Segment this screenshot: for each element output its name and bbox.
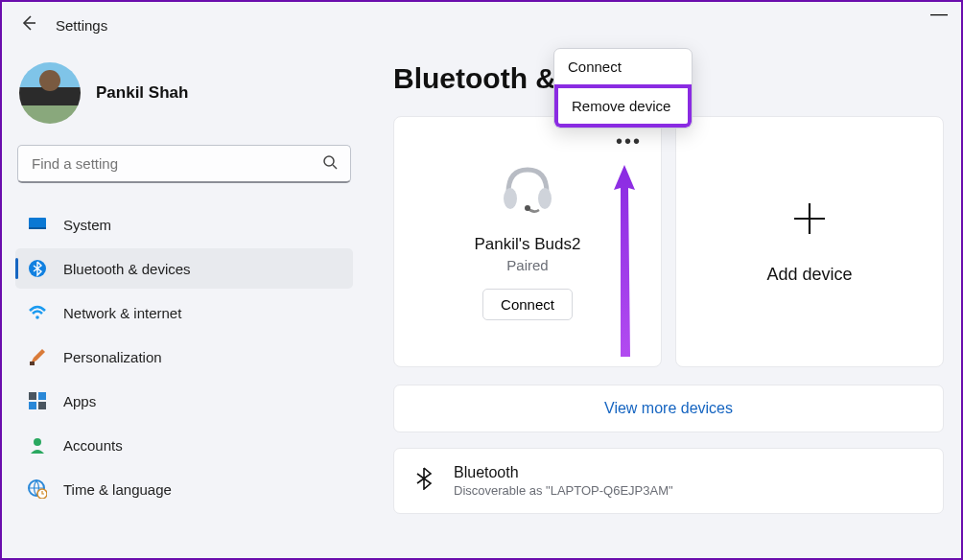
search-icon [322, 154, 338, 174]
view-more-devices[interactable]: View more devices [393, 385, 944, 432]
bluetooth-glyph-icon [415, 467, 433, 496]
svg-rect-6 [29, 392, 36, 400]
sidebar: Pankil Shah System Bluetooth & devices N… [2, 43, 364, 557]
bluetooth-row[interactable]: Bluetooth Discoverable as "LAPTOP-Q6EJP3… [393, 448, 944, 514]
sidebar-item-label: Personalization [63, 349, 162, 365]
profile[interactable]: Pankil Shah [15, 51, 353, 145]
context-connect[interactable]: Connect [554, 49, 692, 84]
sidebar-item-label: Bluetooth & devices [63, 261, 191, 277]
globe-clock-icon [27, 478, 48, 500]
system-icon [27, 214, 48, 235]
device-more-button[interactable]: ••• [616, 130, 642, 152]
header: Settings [2, 2, 961, 43]
sidebar-item-network[interactable]: Network & internet [15, 292, 353, 333]
user-name: Pankil Shah [96, 83, 188, 103]
back-button[interactable] [19, 13, 38, 37]
add-device-label: Add device [766, 265, 852, 285]
sidebar-item-label: Accounts [63, 437, 123, 454]
arrow-left-icon [19, 13, 38, 33]
search-box[interactable] [17, 145, 351, 183]
add-device-card[interactable]: Add device [675, 116, 944, 367]
svg-point-15 [525, 205, 530, 211]
brush-icon [27, 346, 48, 367]
device-name: Pankil's Buds2 [475, 235, 581, 254]
minimize-button[interactable]: — [919, 2, 961, 26]
apps-icon [27, 390, 48, 411]
bluetooth-icon [27, 258, 48, 279]
svg-point-10 [34, 438, 41, 446]
svg-rect-2 [29, 227, 46, 229]
person-icon [27, 434, 48, 455]
app-title: Settings [56, 17, 107, 34]
sidebar-item-label: Apps [63, 393, 96, 409]
sidebar-item-accounts[interactable]: Accounts [15, 425, 353, 465]
ellipsis-icon: ••• [616, 130, 642, 152]
svg-point-4 [35, 315, 39, 319]
sidebar-item-label: Time & language [63, 481, 172, 498]
device-card: ••• Pankil's Buds2 Paired Connect [393, 116, 662, 367]
svg-rect-7 [38, 392, 46, 400]
bluetooth-subtitle: Discoverable as "LAPTOP-Q6EJP3AM" [454, 483, 673, 498]
plus-icon [790, 199, 829, 247]
svg-point-14 [538, 188, 552, 209]
sidebar-item-label: Network & internet [63, 305, 181, 321]
search-input[interactable] [17, 145, 351, 183]
avatar [19, 62, 81, 124]
svg-rect-5 [30, 362, 35, 365]
bluetooth-title: Bluetooth [454, 464, 673, 481]
sidebar-item-time[interactable]: Time & language [15, 469, 353, 509]
svg-point-0 [324, 156, 334, 166]
context-remove-device[interactable]: Remove device [554, 84, 692, 128]
sidebar-item-personalization[interactable]: Personalization [15, 337, 353, 377]
connect-button[interactable]: Connect [482, 289, 573, 320]
device-context-menu: Connect Remove device [553, 48, 693, 128]
device-status: Paired [506, 257, 548, 273]
sidebar-item-apps[interactable]: Apps [15, 381, 353, 421]
sidebar-item-system[interactable]: System [15, 204, 353, 245]
svg-rect-9 [38, 402, 46, 409]
sidebar-item-label: System [63, 217, 111, 233]
nav-list: System Bluetooth & devices Network & int… [15, 204, 353, 509]
wifi-icon [27, 302, 48, 323]
svg-point-13 [504, 188, 517, 209]
svg-rect-8 [29, 402, 36, 409]
headset-icon [499, 164, 556, 216]
sidebar-item-bluetooth[interactable]: Bluetooth & devices [15, 248, 353, 289]
